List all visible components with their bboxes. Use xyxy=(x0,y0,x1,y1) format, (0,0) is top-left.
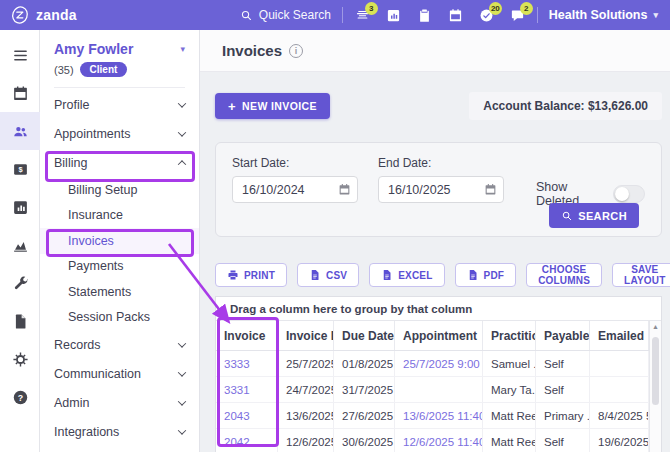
save-layout-button[interactable]: SAVE LAYOUT xyxy=(612,263,670,287)
table-cell: 27/6/2025 xyxy=(334,403,395,428)
table-cell: Self xyxy=(536,351,590,376)
sidebar-item-admin[interactable]: Admin xyxy=(40,388,199,417)
org-name: Health Solutions xyxy=(549,8,648,22)
client-age: (35) xyxy=(54,64,74,76)
printer-icon xyxy=(227,269,239,281)
table-cell: 24/7/2025 xyxy=(278,377,334,402)
table-cell: 12/6/2025 xyxy=(278,429,334,452)
client-name[interactable]: Amy Fowler xyxy=(54,41,133,57)
rail-item-calendar[interactable] xyxy=(0,74,40,112)
waitlist-icon[interactable]: 3 xyxy=(354,7,371,24)
rail-item-settings[interactable] xyxy=(0,340,40,378)
search-button[interactable]: SEARCH xyxy=(549,203,639,228)
org-switcher[interactable]: Health Solutions ▾ xyxy=(549,8,658,22)
table-cell-link[interactable]: 3331 xyxy=(216,377,278,402)
sidebar-item-statements[interactable]: Statements xyxy=(40,279,199,305)
column-header-0[interactable]: Invoice xyxy=(216,321,278,350)
new-invoice-button[interactable]: + NEW INVOICE xyxy=(215,93,330,119)
zanda-logo-icon xyxy=(10,5,30,25)
icon-rail: $? xyxy=(0,30,40,452)
column-header-4[interactable]: Practitio... xyxy=(483,321,536,350)
sidebar-item-session-packs[interactable]: Session Packs xyxy=(40,305,199,331)
column-header-2[interactable]: Due Date xyxy=(334,321,395,350)
column-header-1[interactable]: Invoice D... xyxy=(278,321,334,350)
rail-item-barchart[interactable] xyxy=(0,188,40,226)
notification-badge: 3 xyxy=(365,2,378,15)
end-date-field: End Date: xyxy=(378,156,504,208)
rail-item-billing[interactable]: $ xyxy=(0,150,40,188)
info-icon[interactable]: i xyxy=(289,44,303,58)
rail-item-help[interactable]: ? xyxy=(0,378,40,416)
excel-label: EXCEL xyxy=(398,270,432,281)
calendar-icon[interactable] xyxy=(338,183,351,196)
topbar-divider xyxy=(342,7,343,23)
csv-label: CSV xyxy=(326,270,347,281)
table-cell-link[interactable]: 13/6/2025 11:40... xyxy=(395,403,483,428)
sidebar-item-integrations[interactable]: Integrations xyxy=(40,417,199,446)
table-cell-link[interactable]: 25/7/2025 9:00 ... xyxy=(395,351,483,376)
column-header-5[interactable]: Payable ... xyxy=(536,321,590,350)
calendar-icon[interactable] xyxy=(447,7,464,24)
client-sidebar: Amy Fowler ▾ (35) Client ProfileAppointm… xyxy=(40,30,200,452)
client-menu-caret-icon[interactable]: ▾ xyxy=(180,44,185,54)
start-date-field: Start Date: xyxy=(232,156,358,208)
show-deleted-toggle[interactable] xyxy=(613,185,645,203)
table-cell xyxy=(590,351,649,376)
search-icon xyxy=(561,210,573,222)
rail-item-records[interactable] xyxy=(0,302,40,340)
table-scrollbar[interactable]: ▲ xyxy=(649,321,661,452)
sidebar-item-communication[interactable]: Communication xyxy=(40,359,199,388)
csv-button[interactable]: CSV xyxy=(297,263,359,287)
sidebar-item-billing-setup[interactable]: Billing Setup xyxy=(40,177,199,203)
tasks-icon[interactable]: 20 xyxy=(478,7,495,24)
scrollbar-thumb[interactable] xyxy=(652,337,659,405)
sidebar-item-appointments[interactable]: Appointments xyxy=(40,119,199,148)
print-label: PRINT xyxy=(244,270,275,281)
zanda-logo[interactable]: zanda xyxy=(10,5,77,25)
table-cell-link[interactable]: 3333 xyxy=(216,351,278,376)
excel-button[interactable]: EXCEL xyxy=(369,263,444,287)
table-cell-link[interactable]: 2042 xyxy=(216,429,278,452)
column-header-3[interactable]: Appointment xyxy=(395,321,483,350)
notes-icon[interactable] xyxy=(416,7,433,24)
table-cell: Matt Rees xyxy=(483,429,536,452)
table-header-row: InvoiceInvoice D...Due DateAppointmentPr… xyxy=(216,321,649,351)
rail-item-menu[interactable] xyxy=(0,36,40,74)
table-cell-link[interactable]: 12/6/2025 11:40... xyxy=(395,429,483,452)
pdf-button[interactable]: PDF xyxy=(455,263,517,287)
print-button[interactable]: PRINT xyxy=(215,263,287,287)
table-cell: Mary Ta... xyxy=(483,377,536,402)
start-date-label: Start Date: xyxy=(232,156,358,170)
group-by-dropzone[interactable]: Drag a column here to group by that colu… xyxy=(216,297,661,321)
table-cell: 8/4/2025 5 xyxy=(590,403,649,428)
sidebar-item-invoices[interactable]: Invoices xyxy=(40,228,199,254)
notification-badge: 20 xyxy=(489,2,502,15)
client-header: Amy Fowler ▾ (35) Client xyxy=(40,30,199,88)
sidebar-item-payments[interactable]: Payments xyxy=(40,254,199,280)
calendar-icon[interactable] xyxy=(484,183,497,196)
scroll-up-icon[interactable]: ▲ xyxy=(650,323,661,330)
table-cell: 13/6/2025 xyxy=(278,403,334,428)
table-cell xyxy=(395,377,483,402)
sidebar-item-profile[interactable]: Profile xyxy=(40,90,199,119)
rail-item-analytics[interactable] xyxy=(0,226,40,264)
rail-item-clients[interactable] xyxy=(0,112,40,150)
table-cell-link[interactable]: 2043 xyxy=(216,403,278,428)
sidebar-item-records[interactable]: Records xyxy=(40,330,199,359)
table-cell: 25/7/2025 xyxy=(278,351,334,376)
column-header-6[interactable]: Emailed xyxy=(590,321,649,350)
messages-icon[interactable]: 2 xyxy=(509,7,526,24)
table-cell: 30/6/2025 xyxy=(334,429,395,452)
quick-search-button[interactable]: Quick Search xyxy=(240,8,331,22)
sidebar-item-label: Payments xyxy=(68,259,124,273)
table-cell: Samuel ... xyxy=(483,351,536,376)
sidebar-item-label: Profile xyxy=(54,98,89,112)
reports-icon[interactable] xyxy=(385,7,402,24)
sidebar-item-billing[interactable]: Billing xyxy=(40,148,199,177)
main-content: Invoices i + NEW INVOICE Account Balance… xyxy=(200,30,670,452)
rail-item-tools[interactable] xyxy=(0,264,40,302)
sidebar-item-insurance[interactable]: Insurance xyxy=(40,203,199,229)
chevron-down-icon xyxy=(178,339,186,347)
choose-columns-button[interactable]: CHOOSE COLUMNS xyxy=(526,263,602,287)
sidebar-item-label: Appointments xyxy=(54,127,130,141)
